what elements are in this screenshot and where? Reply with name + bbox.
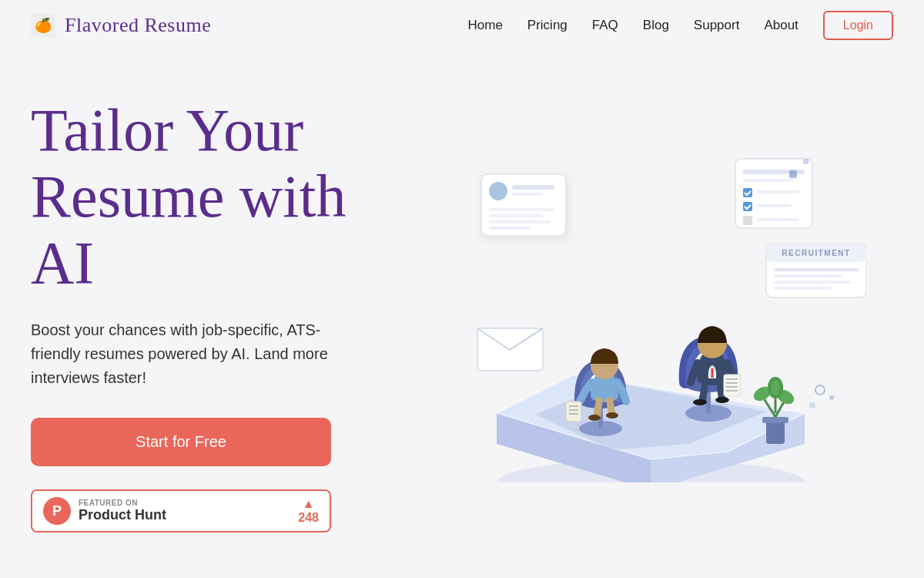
- svg-point-38: [771, 380, 780, 395]
- hero-title: Tailor Your Resume with AI: [31, 97, 408, 295]
- nav-about[interactable]: About: [764, 18, 798, 33]
- svg-rect-67: [789, 170, 797, 178]
- nav-home[interactable]: Home: [467, 18, 502, 33]
- producthunt-icon: P: [43, 497, 71, 525]
- nav-blog[interactable]: Blog: [643, 18, 669, 33]
- ph-featured-on-label: FEATURED ON: [79, 499, 166, 507]
- svg-point-65: [829, 395, 834, 400]
- logo-icon: 🍊: [31, 13, 55, 38]
- hero-left: Tailor Your Resume with AI Boost your ch…: [31, 82, 408, 533]
- navbar-links: Home Pricing FAQ Blog Support About Logi…: [467, 11, 893, 40]
- svg-rect-16: [566, 402, 581, 422]
- svg-point-22: [693, 399, 707, 405]
- nav-support[interactable]: Support: [694, 18, 740, 33]
- ph-votes-block: ▲ 248: [298, 497, 319, 525]
- hero-subtitle: Boost your chances with job-specific, AT…: [31, 318, 362, 390]
- svg-rect-59: [774, 268, 859, 271]
- svg-rect-43: [489, 208, 554, 211]
- producthunt-text: FEATURED ON Product Hunt: [79, 499, 166, 523]
- svg-rect-30: [766, 421, 785, 444]
- svg-rect-31: [762, 417, 788, 423]
- nav-faq[interactable]: FAQ: [592, 18, 618, 33]
- svg-rect-61: [774, 281, 851, 284]
- svg-rect-54: [743, 216, 752, 225]
- navbar-brand: 🍊 Flavored Resume: [31, 13, 211, 38]
- nav-pricing[interactable]: Pricing: [527, 18, 567, 33]
- svg-rect-62: [774, 287, 832, 290]
- svg-point-64: [815, 385, 825, 395]
- ph-name-label: Product Hunt: [79, 507, 166, 523]
- ph-vote-count: 248: [298, 511, 319, 525]
- svg-point-40: [489, 182, 507, 200]
- svg-rect-44: [489, 214, 543, 217]
- logo-text: Flavored Resume: [65, 14, 211, 37]
- ph-upvote-icon: ▲: [303, 497, 315, 511]
- svg-rect-49: [743, 179, 793, 182]
- navbar: 🍊 Flavored Resume Home Pricing FAQ Blog …: [0, 0, 924, 51]
- svg-rect-55: [757, 218, 799, 221]
- svg-point-13: [588, 415, 601, 421]
- svg-rect-42: [512, 193, 543, 196]
- svg-rect-60: [774, 274, 843, 277]
- svg-point-14: [606, 412, 618, 418]
- svg-rect-68: [803, 159, 808, 164]
- hero-svg: RECRUITMENT: [435, 66, 866, 482]
- svg-rect-52: [743, 202, 752, 211]
- svg-rect-45: [489, 220, 551, 223]
- svg-rect-41: [512, 185, 554, 190]
- producthunt-badge[interactable]: P FEATURED ON Product Hunt ▲ 248: [31, 489, 331, 533]
- start-free-button[interactable]: Start for Free: [31, 418, 331, 466]
- svg-rect-53: [757, 204, 792, 207]
- svg-rect-50: [743, 188, 752, 197]
- svg-point-66: [809, 402, 815, 408]
- svg-text:RECRUITMENT: RECRUITMENT: [782, 249, 850, 257]
- svg-rect-25: [724, 375, 741, 396]
- hero-section: Tailor Your Resume with AI Boost your ch…: [0, 51, 924, 575]
- hero-illustration: RECRUITMENT: [408, 66, 893, 482]
- svg-rect-46: [489, 227, 531, 230]
- svg-rect-51: [757, 190, 799, 193]
- svg-point-23: [715, 397, 729, 403]
- login-button[interactable]: Login: [823, 11, 893, 40]
